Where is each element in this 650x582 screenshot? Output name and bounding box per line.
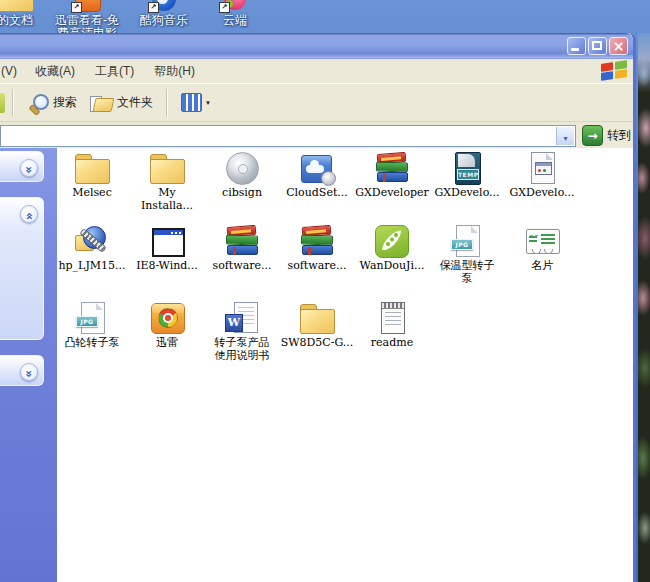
folder-icon (72, 150, 112, 186)
folders-label: 文件夹 (117, 94, 153, 111)
desktop-icon-label: 酷狗音乐 (129, 14, 199, 27)
file-item[interactable]: My Installa... (129, 150, 205, 212)
search-label: 搜索 (53, 94, 77, 111)
folders-icon (89, 93, 113, 113)
chevron-down-icon[interactable] (20, 363, 38, 381)
file-item[interactable]: 迅雷 (129, 300, 205, 349)
cloud-installer-icon (297, 150, 337, 186)
folder-icon (147, 150, 187, 186)
explorer-window: (V) 收藏(A) 工具(T) 帮助(H) 搜索 文件夹 ▼ (0, 33, 636, 582)
folder-icon (0, 0, 34, 12)
file-item[interactable]: IE8-Wind... (129, 223, 205, 272)
package-box-icon (147, 300, 187, 336)
search-icon (27, 92, 49, 114)
go-button[interactable]: 转到 (582, 125, 631, 146)
wandoujia-icon (372, 223, 412, 259)
minimize-button[interactable] (567, 37, 586, 55)
file-item[interactable]: GXDevelo... (504, 150, 580, 199)
toolbar-separator (166, 89, 168, 117)
task-panel-3[interactable] (0, 355, 44, 386)
toolbar-separator (12, 89, 14, 117)
maximize-button[interactable] (588, 37, 607, 55)
task-panel-2[interactable] (0, 197, 44, 340)
file-item[interactable]: software... (204, 223, 280, 272)
folders-button[interactable]: 文件夹 (83, 93, 159, 113)
toolbar: 搜索 文件夹 ▼ (0, 84, 633, 122)
file-item[interactable]: JPG 保温型转子 泵 (429, 223, 505, 285)
close-button[interactable] (609, 37, 628, 55)
desktop-icon-label: 云端 (200, 14, 270, 27)
address-combobox[interactable] (0, 125, 576, 147)
file-item[interactable]: 名片 (504, 223, 580, 272)
file-item[interactable]: WanDouJi... (354, 223, 430, 272)
menu-item-view-partial[interactable]: (V) (0, 64, 25, 78)
desktop-icon-label: 的文档 (0, 14, 50, 27)
menu-bar: (V) 收藏(A) 工具(T) 帮助(H) (0, 59, 633, 84)
address-input[interactable] (3, 128, 553, 144)
search-button[interactable]: 搜索 (21, 92, 83, 114)
file-item[interactable]: readme (354, 300, 430, 349)
word-document-icon: W (222, 300, 262, 336)
views-icon (181, 93, 202, 112)
shortcut-arrow-icon (219, 2, 230, 13)
chevron-up-icon[interactable] (20, 205, 38, 223)
cd-disc-icon (222, 150, 262, 186)
shortcut-arrow-icon (71, 2, 82, 13)
desktop-icon-yunduan[interactable]: 云端 (200, 0, 270, 27)
notepad-file-icon (372, 300, 412, 336)
windows-logo-icon (599, 60, 630, 81)
file-item[interactable]: hp_LJM15... (54, 223, 130, 272)
setup-info-icon (522, 150, 562, 186)
menu-item-help[interactable]: 帮助(H) (144, 63, 205, 80)
desktop-wallpaper-strip (638, 33, 650, 582)
file-item[interactable]: W 转子泵产品 使用说明书 (204, 300, 280, 362)
title-bar[interactable] (0, 33, 633, 59)
chevron-down-icon[interactable] (20, 159, 38, 177)
window-content: Melsec My Installa... cibsign CloudSet..… (0, 148, 633, 582)
menu-item-tools[interactable]: 工具(T) (85, 63, 144, 80)
zip-extractor-icon (72, 223, 112, 259)
jpg-file-icon: JPG (447, 223, 487, 259)
task-pane (0, 148, 57, 582)
folder-icon (297, 300, 337, 336)
file-item[interactable]: cibsign (204, 150, 280, 199)
application-window-icon (147, 223, 187, 259)
address-dropdown-button[interactable] (556, 127, 574, 145)
menu-item-favorites[interactable]: 收藏(A) (25, 63, 85, 80)
file-list-area[interactable]: Melsec My Installa... cibsign CloudSet..… (57, 148, 633, 582)
file-item[interactable]: SW8D5C-G... (279, 300, 355, 349)
file-item[interactable]: TEMP GXDevelo... (429, 150, 505, 199)
task-panel-1[interactable] (0, 151, 44, 182)
go-arrow-icon (582, 125, 603, 146)
shortcut-arrow-icon (148, 2, 159, 13)
address-bar: 转到 (0, 122, 633, 150)
desktop-icon-kugou[interactable]: 酷狗音乐 (129, 0, 199, 27)
file-item[interactable]: software... (279, 223, 355, 272)
file-item[interactable]: Melsec (54, 150, 130, 199)
views-button[interactable]: ▼ (175, 93, 217, 112)
business-card-icon (522, 223, 562, 259)
clipped-toolbar-icon (0, 93, 5, 113)
go-label: 转到 (607, 127, 631, 144)
temp-file-icon: TEMP (447, 150, 487, 186)
desktop-icon-my-documents[interactable]: 的文档 (0, 0, 50, 27)
winrar-archive-icon (297, 223, 337, 259)
views-dropdown-caret-icon: ▼ (205, 100, 211, 106)
file-item[interactable]: CloudSet... (279, 150, 355, 199)
winrar-archive-icon (222, 223, 262, 259)
file-item[interactable]: JPG 凸轮转子泵 (54, 300, 130, 349)
jpg-file-icon: JPG (72, 300, 112, 336)
winrar-archive-icon (372, 150, 412, 186)
file-item[interactable]: GXDeveloper (354, 150, 430, 199)
